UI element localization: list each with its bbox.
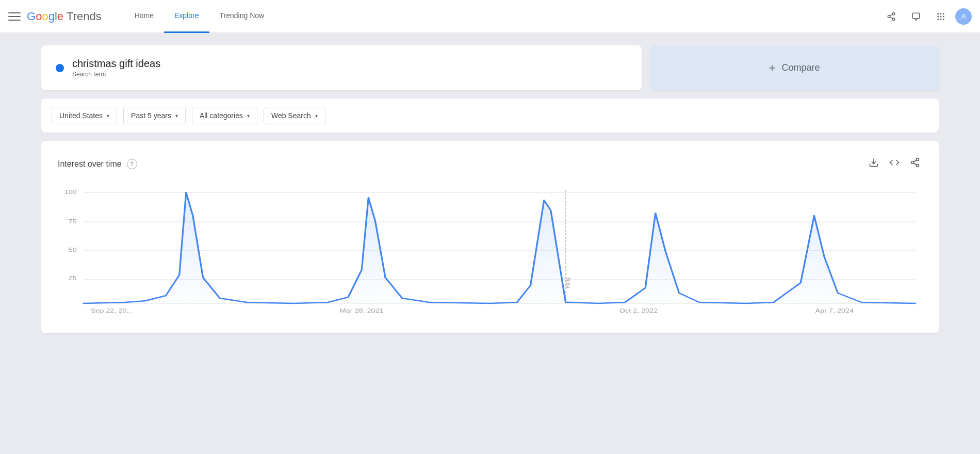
nav-explore[interactable]: Explore xyxy=(164,0,209,33)
search-text: christmas gift ideas Search term xyxy=(72,58,160,78)
header: Google Trends Home Explore Trending Now xyxy=(0,0,980,33)
svg-point-2 xyxy=(892,18,895,21)
svg-point-12 xyxy=(940,15,942,17)
feedback-button[interactable] xyxy=(906,6,926,27)
svg-point-20 xyxy=(917,164,919,167)
search-card: christmas gift ideas Search term xyxy=(41,45,642,90)
chart-card: Interest over time ? xyxy=(41,141,939,333)
svg-point-13 xyxy=(943,15,944,17)
region-chevron-icon: ▾ xyxy=(107,113,109,119)
chart-title: Interest over time xyxy=(58,159,122,169)
apps-button[interactable] xyxy=(930,6,951,27)
embed-button[interactable] xyxy=(887,155,902,172)
interest-chart: 100 75 50 25 Note xyxy=(58,185,922,319)
filter-row: United States ▾ Past 5 years ▾ All categ… xyxy=(41,99,939,133)
main-content: christmas gift ideas Search term + Compa… xyxy=(0,33,980,346)
svg-rect-5 xyxy=(912,13,920,19)
category-filter[interactable]: All categories ▾ xyxy=(192,107,257,124)
searchtype-filter-label: Web Search xyxy=(271,111,311,120)
svg-line-4 xyxy=(890,14,892,15)
main-nav: Home Explore Trending Now xyxy=(124,0,274,33)
compare-card[interactable]: + Compare xyxy=(650,45,939,90)
svg-point-14 xyxy=(937,18,939,20)
svg-line-21 xyxy=(913,163,917,165)
chart-header: Interest over time ? xyxy=(58,155,922,172)
searchtype-chevron-icon: ▾ xyxy=(315,113,318,119)
nav-trending-now[interactable]: Trending Now xyxy=(209,0,275,33)
category-chevron-icon: ▾ xyxy=(247,113,250,119)
search-type-text: Search term xyxy=(72,71,160,78)
svg-point-11 xyxy=(937,15,939,17)
avatar[interactable]: A xyxy=(955,8,972,25)
share-button[interactable] xyxy=(881,6,902,27)
logo-trends: Trends xyxy=(67,10,102,23)
svg-text:Oct 2, 2022: Oct 2, 2022 xyxy=(619,307,658,314)
chart-title-row: Interest over time ? xyxy=(58,159,137,169)
help-icon[interactable]: ? xyxy=(127,159,137,169)
svg-line-3 xyxy=(890,17,892,19)
time-filter[interactable]: Past 5 years ▾ xyxy=(123,107,186,124)
svg-point-18 xyxy=(917,158,919,161)
chart-area: 100 75 50 25 Note xyxy=(58,185,922,319)
svg-text:75: 75 xyxy=(69,218,77,225)
compare-plus-icon: + xyxy=(769,61,776,75)
download-button[interactable] xyxy=(867,155,881,172)
svg-text:Mar 28, 2021: Mar 28, 2021 xyxy=(340,307,384,314)
svg-text:25: 25 xyxy=(69,275,77,282)
time-filter-label: Past 5 years xyxy=(131,111,171,120)
time-chevron-icon: ▾ xyxy=(175,113,178,119)
svg-point-15 xyxy=(940,18,942,20)
nav-home[interactable]: Home xyxy=(124,0,164,33)
search-row: christmas gift ideas Search term + Compa… xyxy=(41,45,939,90)
header-left: Google Trends Home Explore Trending Now xyxy=(8,0,274,33)
svg-point-9 xyxy=(940,13,942,14)
compare-label: Compare xyxy=(781,62,820,73)
menu-icon[interactable] xyxy=(8,10,21,23)
svg-point-19 xyxy=(911,161,914,164)
svg-point-1 xyxy=(888,15,890,18)
search-term-text: christmas gift ideas xyxy=(72,58,160,70)
svg-text:Sep 22, 20...: Sep 22, 20... xyxy=(91,307,133,314)
search-dot xyxy=(56,64,64,72)
svg-text:100: 100 xyxy=(64,189,77,196)
logo[interactable]: Google Trends xyxy=(27,10,102,23)
chart-share-button[interactable] xyxy=(908,155,922,172)
svg-point-8 xyxy=(937,13,939,14)
category-filter-label: All categories xyxy=(200,111,243,120)
svg-point-10 xyxy=(943,13,944,14)
svg-text:50: 50 xyxy=(69,247,77,253)
svg-line-22 xyxy=(913,160,917,161)
svg-text:Apr 7, 2024: Apr 7, 2024 xyxy=(815,307,854,314)
svg-point-0 xyxy=(892,12,895,15)
svg-text:Note: Note xyxy=(565,278,573,288)
header-right: A xyxy=(881,6,972,27)
region-filter-label: United States xyxy=(59,111,103,120)
region-filter[interactable]: United States ▾ xyxy=(52,107,117,124)
svg-point-16 xyxy=(943,18,944,20)
chart-actions xyxy=(867,155,922,172)
searchtype-filter[interactable]: Web Search ▾ xyxy=(264,107,325,124)
